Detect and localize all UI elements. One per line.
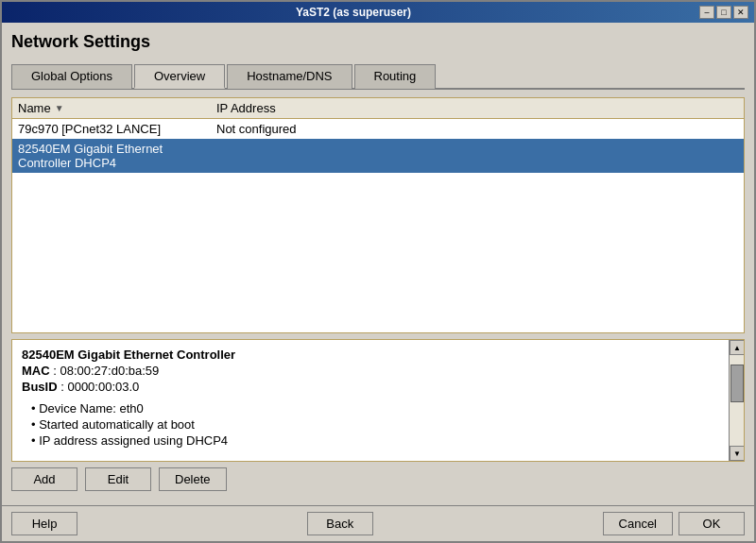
minimize-button[interactable]: – xyxy=(699,6,714,19)
bottom-bar: Help Back Cancel OK xyxy=(2,505,754,541)
network-table: Name ▼ IP Address 79c970 [PCnet32 LANCE]… xyxy=(11,97,745,333)
sort-arrow-icon: ▼ xyxy=(55,103,64,113)
bottom-right-buttons: Cancel OK xyxy=(603,512,745,535)
tab-routing[interactable]: Routing xyxy=(354,64,437,89)
tab-overview[interactable]: Overview xyxy=(134,64,225,89)
main-window: YaST2 (as superuser) – □ ✕ Network Setti… xyxy=(0,0,756,543)
row-1-name: 79c970 [PCnet32 LANCE] xyxy=(18,122,216,136)
bottom-center-buttons: Back xyxy=(307,512,373,535)
bullet-item: Started automatically at boot xyxy=(31,417,719,432)
busid-value: 0000:00:03.0 xyxy=(67,380,139,394)
back-button[interactable]: Back xyxy=(307,512,373,535)
main-panel: Name ▼ IP Address 79c970 [PCnet32 LANCE]… xyxy=(11,97,745,496)
column-name-label: Name xyxy=(18,101,51,115)
tab-hostname-dns[interactable]: Hostname/DNS xyxy=(227,64,352,89)
tab-bar: Global Options Overview Hostname/DNS Rou… xyxy=(11,63,745,90)
scroll-down-button[interactable]: ▼ xyxy=(730,446,745,461)
device-name-text: 82540EM Gigabit Ethernet Controller xyxy=(22,348,235,362)
bullet-item: IP address assigned using DHCP4 xyxy=(31,433,719,448)
table-header: Name ▼ IP Address xyxy=(12,98,744,119)
action-buttons: Add Edit Delete xyxy=(11,467,745,491)
scroll-up-button[interactable]: ▲ xyxy=(730,340,745,355)
detail-scrollbar: ▲ ▼ xyxy=(729,340,744,461)
row-2-ip xyxy=(216,142,738,170)
table-row[interactable]: 82540EM Gigabit Ethernet Controller DHCP… xyxy=(12,139,744,173)
main-content: Network Settings Global Options Overview… xyxy=(2,23,754,505)
edit-button[interactable]: Edit xyxy=(85,467,151,491)
window-title: YaST2 (as superuser) xyxy=(8,6,699,19)
mac-line: MAC : 08:00:27:d0:ba:59 xyxy=(22,364,719,378)
detail-panel: 82540EM Gigabit Ethernet Controller MAC … xyxy=(11,339,745,462)
busid-label: BusID xyxy=(22,380,58,394)
column-name: Name ▼ xyxy=(18,101,216,115)
scroll-thumb[interactable] xyxy=(730,365,744,402)
tab-global-options[interactable]: Global Options xyxy=(11,64,132,89)
device-name-line: 82540EM Gigabit Ethernet Controller xyxy=(22,348,719,362)
scroll-track xyxy=(730,355,744,446)
bullet-item: Device Name: eth0 xyxy=(31,401,719,416)
bottom-left-buttons: Help xyxy=(11,512,77,535)
page-title: Network Settings xyxy=(11,32,745,52)
column-ip: IP Address xyxy=(216,101,738,115)
row-1-ip: Not configured xyxy=(216,122,738,136)
add-button[interactable]: Add xyxy=(11,467,77,491)
delete-button[interactable]: Delete xyxy=(159,467,227,491)
titlebar: YaST2 (as superuser) – □ ✕ xyxy=(2,2,754,23)
mac-label: MAC xyxy=(22,364,50,378)
cancel-button[interactable]: Cancel xyxy=(603,512,673,535)
table-body: 79c970 [PCnet32 LANCE] Not configured 82… xyxy=(12,119,744,332)
help-button[interactable]: Help xyxy=(11,512,77,535)
detail-content: 82540EM Gigabit Ethernet Controller MAC … xyxy=(12,340,729,461)
ok-button[interactable]: OK xyxy=(679,512,745,535)
row-2-name: 82540EM Gigabit Ethernet Controller DHCP… xyxy=(18,142,216,170)
mac-value: 08:00:27:d0:ba:59 xyxy=(60,364,159,378)
busid-line: BusID : 0000:00:03.0 xyxy=(22,380,719,394)
maximize-button[interactable]: □ xyxy=(716,6,731,19)
detail-bullets: Device Name: eth0 Started automatically … xyxy=(22,401,719,448)
close-button[interactable]: ✕ xyxy=(733,6,748,19)
table-row[interactable]: 79c970 [PCnet32 LANCE] Not configured xyxy=(12,119,744,139)
window-controls: – □ ✕ xyxy=(699,6,748,19)
